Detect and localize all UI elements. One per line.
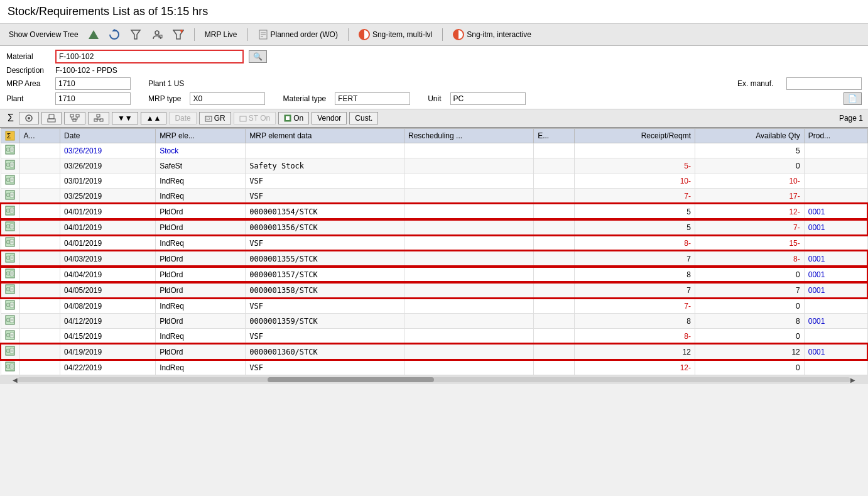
row-prod-cell[interactable]: 0001 [804,282,867,298]
material-search-btn[interactable]: 🔍 [249,50,267,63]
row-prod-cell[interactable] [804,329,867,344]
table-row[interactable]: 04/04/2019 PldOrd 0000001357/STCK 8 0 00… [1,267,867,282]
row-date-cell[interactable]: 04/08/2019 [60,298,156,314]
filter-icon[interactable] [127,28,144,41]
row-mrp-ele-cell[interactable]: SafeSt [156,158,246,174]
row-mrp-data-cell[interactable]: VSF [246,298,404,314]
mrp-type-input[interactable] [190,92,265,105]
refresh-icon[interactable] [106,28,122,41]
table-row[interactable]: 04/03/2019 PldOrd 0000001355/STCK 7 8- 0… [1,251,867,267]
table-row[interactable]: 03/01/2019 IndReq VSF 10- 10- [1,174,867,189]
row-prod-cell[interactable]: 0001 [804,219,867,235]
hierarchy-collapse-btn[interactable] [88,112,109,124]
table-row[interactable]: 04/01/2019 PldOrd 0000001356/STCK 5 7- 0… [1,219,867,235]
table-row[interactable]: 04/12/2019 PldOrd 0000001359/STCK 8 8 00… [1,314,867,329]
row-mrp-ele-cell[interactable]: IndReq [156,360,246,375]
row-date-cell[interactable]: 04/01/2019 [60,204,156,219]
row-mrp-ele-cell[interactable]: PldOrd [156,204,246,219]
row-mrp-ele-cell[interactable]: IndReq [156,174,246,189]
material-input[interactable] [55,50,244,63]
triangle-green-icon[interactable] [86,29,101,40]
row-date-cell[interactable]: 04/12/2019 [60,314,156,329]
material-type-input[interactable] [335,92,410,105]
row-date-cell[interactable]: 04/19/2019 [60,344,156,360]
table-row[interactable]: 04/19/2019 PldOrd 0000001360/STCK 12 12 … [1,344,867,360]
row-mrp-data-cell[interactable]: 0000001354/STCK [246,204,404,219]
table-row[interactable]: 04/08/2019 IndReq VSF 7- 0 [1,298,867,314]
row-date-cell[interactable]: 04/05/2019 [60,282,156,298]
doc-icon-btn[interactable]: 📄 [844,92,862,105]
edit-icon-btn[interactable] [41,112,62,124]
row-date-cell[interactable]: 04/03/2019 [60,251,156,267]
sigma-icon[interactable]: Σ [5,111,16,125]
double-up-icon-btn[interactable]: ▲▲ [141,112,167,124]
row-date-cell[interactable]: 04/15/2019 [60,329,156,344]
hierarchy-expand-btn[interactable] [64,112,85,124]
show-overview-tree-btn[interactable]: Show Overview Tree [6,29,81,40]
table-row[interactable]: 03/26/2019 Stock 5 [1,143,867,158]
table-row[interactable]: 04/05/2019 PldOrd 0000001358/STCK 7 7 00… [1,282,867,298]
mrp-live-btn[interactable]: MRP Live [202,29,240,40]
row-prod-cell[interactable] [804,298,867,314]
row-mrp-data-cell[interactable]: VSF [246,235,404,251]
table-row[interactable]: 04/15/2019 IndReq VSF 8- 0 [1,329,867,344]
row-mrp-ele-cell[interactable]: PldOrd [156,314,246,329]
table-row[interactable]: 03/25/2019 IndReq VSF 7- 17- [1,189,867,204]
row-mrp-data-cell[interactable]: 0000001360/STCK [246,344,404,360]
row-date-cell[interactable]: 03/26/2019 [60,143,156,158]
user-settings-icon[interactable] [149,28,165,41]
row-mrp-data-cell[interactable]: 0000001359/STCK [246,314,404,329]
row-date-cell[interactable]: 03/26/2019 [60,158,156,174]
date-btn[interactable]: Date [169,112,196,124]
row-mrp-ele-cell[interactable]: IndReq [156,329,246,344]
scrollbar-thumb[interactable] [268,377,434,382]
row-mrp-ele-cell[interactable]: IndReq [156,235,246,251]
row-mrp-ele-cell[interactable]: PldOrd [156,344,246,360]
row-mrp-data-cell[interactable]: 0000001355/STCK [246,251,404,267]
row-mrp-data-cell[interactable]: 0000001357/STCK [246,267,404,282]
row-date-cell[interactable]: 04/01/2019 [60,235,156,251]
row-date-cell[interactable]: 04/22/2019 [60,360,156,375]
row-mrp-ele-cell[interactable]: Stock [156,143,246,158]
row-date-cell[interactable]: 03/01/2019 [60,174,156,189]
gr-btn[interactable]: 12 GR [199,112,231,124]
row-prod-cell[interactable] [804,360,867,375]
row-mrp-data-cell[interactable]: 0000001356/STCK [246,219,404,235]
row-prod-cell[interactable] [804,158,867,174]
st-on-btn[interactable]: ST On [234,112,276,124]
scroll-right-arrow[interactable]: ▶ [850,377,855,383]
row-mrp-data-cell[interactable]: VSF [246,189,404,204]
sng-item-multi-btn[interactable]: Sng-item, multi-lvl [356,28,435,41]
row-mrp-data-cell[interactable] [246,143,404,158]
row-mrp-data-cell[interactable]: 0000001358/STCK [246,282,404,298]
row-prod-cell[interactable]: 0001 [804,267,867,282]
row-prod-cell[interactable] [804,143,867,158]
scroll-left-arrow[interactable]: ◀ [13,377,18,383]
row-mrp-ele-cell[interactable]: PldOrd [156,267,246,282]
row-mrp-ele-cell[interactable]: IndReq [156,298,246,314]
cycle-icon-btn[interactable] [19,112,39,124]
planned-order-btn[interactable]: Planned order (WO) [256,28,340,41]
row-mrp-ele-cell[interactable]: PldOrd [156,251,246,267]
row-mrp-data-cell[interactable]: VSF [246,329,404,344]
row-prod-cell[interactable]: 0001 [804,314,867,329]
sng-item-interactive-btn[interactable]: Sng-itm, interactive [450,28,534,41]
table-row[interactable]: 04/01/2019 IndReq VSF 8- 15- [1,235,867,251]
vendor-btn[interactable]: Vendor [312,112,347,124]
row-prod-cell[interactable] [804,235,867,251]
scrollbar-track[interactable] [18,377,850,382]
ex-manuf-input[interactable] [786,77,862,90]
row-prod-cell[interactable] [804,174,867,189]
row-mrp-data-cell[interactable]: Safety Stock [246,158,404,174]
row-mrp-ele-cell[interactable]: IndReq [156,189,246,204]
row-mrp-ele-cell[interactable]: PldOrd [156,282,246,298]
row-prod-cell[interactable] [804,189,867,204]
row-date-cell[interactable]: 03/25/2019 [60,189,156,204]
row-date-cell[interactable]: 04/01/2019 [60,219,156,235]
row-prod-cell[interactable]: 0001 [804,344,867,360]
table-row[interactable]: 04/22/2019 IndReq VSF 12- 0 [1,360,867,375]
plant-input[interactable] [55,92,131,105]
row-prod-cell[interactable]: 0001 [804,251,867,267]
row-prod-cell[interactable]: 0001 [804,204,867,219]
row-date-cell[interactable]: 04/04/2019 [60,267,156,282]
